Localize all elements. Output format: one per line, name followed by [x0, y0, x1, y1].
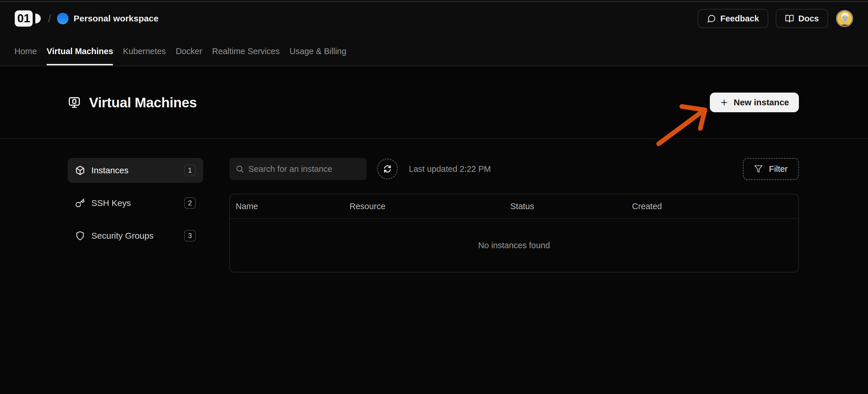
monitor-icon [68, 96, 81, 109]
page-header-band: Virtual Machines New instance [0, 66, 868, 139]
workspace-name[interactable]: Personal workspace [74, 13, 159, 24]
tab-usage-billing[interactable]: Usage & Billing [289, 37, 346, 65]
sidebar: Instances 1 SSH Keys 2 Security Groups 3 [68, 158, 203, 273]
header-row: 01 / Personal workspace Feedback [14, 0, 854, 37]
user-avatar-image [836, 9, 854, 28]
shortcut-badge: 2 [184, 197, 196, 209]
key-icon [75, 198, 85, 208]
instances-table: Name Resource Status Created No instance… [229, 194, 799, 273]
sidebar-item-label: Security Groups [91, 231, 154, 241]
docs-label: Docs [798, 14, 819, 24]
docs-button[interactable]: Docs [776, 9, 828, 28]
column-header-status: Status [510, 202, 632, 211]
tab-home[interactable]: Home [14, 37, 37, 65]
app: 01 / Personal workspace Feedback [0, 0, 868, 394]
speech-bubble-icon [707, 14, 716, 23]
shortcut-badge: 1 [184, 164, 196, 176]
sidebar-item-label: Instances [91, 165, 128, 175]
window-top-divider [0, 1, 868, 2]
table-empty-state: No instances found [230, 219, 798, 272]
logo-01-icon: 01 [14, 10, 42, 27]
page-title-text: Virtual Machines [89, 95, 197, 111]
search-icon [235, 164, 244, 173]
primary-nav: Home Virtual Machines Kubernetes Docker … [14, 37, 854, 65]
breadcrumb: 01 / Personal workspace [14, 10, 158, 27]
main-content: Instances 1 SSH Keys 2 Security Groups 3 [0, 139, 868, 273]
sidebar-item-security-groups[interactable]: Security Groups 3 [68, 223, 203, 248]
instances-panel: Last updated 2:22 PM Filter Name Resourc… [229, 158, 799, 273]
new-instance-label: New instance [734, 97, 789, 107]
search-input[interactable] [229, 158, 367, 180]
workspace-avatar[interactable] [57, 13, 68, 24]
sidebar-item-ssh-keys[interactable]: SSH Keys 2 [68, 191, 203, 215]
app-header: 01 / Personal workspace Feedback [0, 0, 868, 66]
tab-virtual-machines[interactable]: Virtual Machines [46, 37, 113, 65]
refresh-button[interactable] [377, 158, 398, 179]
brand-logo[interactable]: 01 [14, 10, 42, 27]
header-actions: Feedback Docs [698, 9, 854, 28]
instance-search [229, 158, 367, 180]
feedback-button[interactable]: Feedback [698, 9, 768, 28]
refresh-icon [383, 164, 392, 174]
cube-icon [75, 165, 85, 175]
filter-label: Filter [769, 164, 787, 174]
shield-icon [75, 231, 85, 241]
last-updated-text: Last updated 2:22 PM [409, 164, 491, 174]
tab-kubernetes[interactable]: Kubernetes [123, 37, 166, 65]
book-icon [785, 14, 794, 23]
column-header-created: Created [632, 202, 798, 211]
filter-button[interactable]: Filter [743, 158, 799, 180]
table-header-row: Name Resource Status Created [230, 194, 798, 219]
column-header-resource: Resource [349, 202, 510, 211]
sidebar-item-label: SSH Keys [91, 198, 131, 208]
shortcut-badge: 3 [184, 230, 196, 242]
column-header-name: Name [236, 202, 349, 211]
plus-icon [720, 98, 728, 107]
instances-toolbar: Last updated 2:22 PM Filter [229, 158, 799, 180]
new-instance-button[interactable]: New instance [710, 93, 799, 112]
empty-state-text: No instances found [478, 241, 550, 250]
tab-docker[interactable]: Docker [176, 37, 203, 65]
user-avatar[interactable] [836, 9, 854, 28]
logo-text: 01 [17, 12, 30, 25]
page-title: Virtual Machines [68, 95, 197, 111]
tab-realtime-services[interactable]: Realtime Services [212, 37, 280, 65]
sidebar-item-instances[interactable]: Instances 1 [68, 158, 203, 183]
feedback-label: Feedback [720, 14, 759, 24]
funnel-icon [754, 164, 763, 173]
breadcrumb-separator: / [48, 12, 51, 25]
